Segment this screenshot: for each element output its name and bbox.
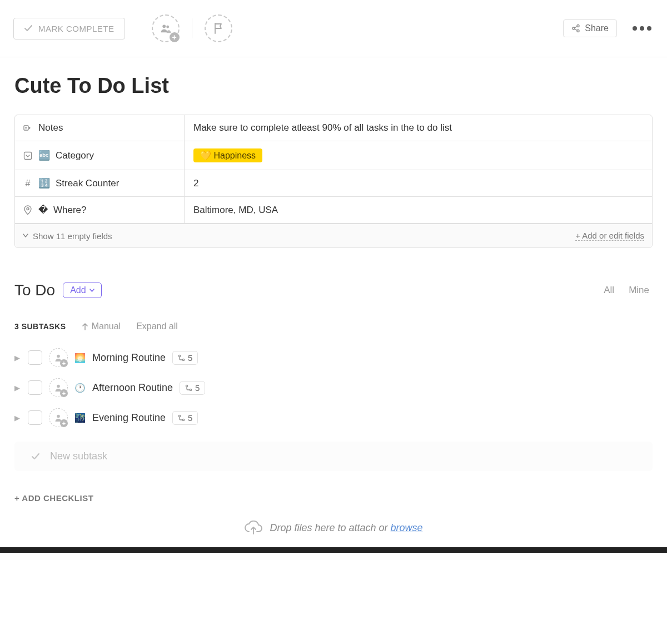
plus-icon: + [60, 389, 68, 397]
subtask-tree-icon [185, 384, 192, 392]
svg-point-4 [577, 30, 579, 32]
todo-section-header: To Do Add All Mine [0, 248, 667, 310]
subtask-count-badge[interactable]: 5 [172, 351, 198, 365]
svg-point-12 [186, 385, 188, 387]
dropdown-field-icon [23, 151, 33, 160]
mark-complete-label: MARK COMPLETE [38, 24, 115, 33]
svg-point-9 [178, 355, 180, 356]
svg-point-8 [57, 355, 60, 358]
new-subtask-placeholder: New subtask [50, 450, 107, 462]
field-value-where[interactable]: Baltimore, MD, USA [185, 197, 652, 223]
caret-down-icon [23, 234, 28, 238]
expand-caret[interactable]: ▶ [14, 414, 21, 422]
plus-icon: + [60, 419, 68, 427]
number-field-icon: # [23, 179, 33, 189]
subtask-count-badge[interactable]: 5 [172, 411, 198, 425]
share-icon [571, 24, 580, 33]
field-label-category: 🔤 Category [15, 141, 185, 170]
attachment-dropzone[interactable]: Drop files here to attach or browse [0, 508, 667, 547]
location-field-icon [23, 205, 33, 215]
subtask-row: ▶ + 🕐 Afternoon Routine 5 [14, 373, 653, 403]
svg-point-3 [573, 27, 575, 29]
field-value-streak[interactable]: 2 [185, 170, 652, 196]
plus-icon: + [60, 359, 68, 367]
filter-mine-tab[interactable]: Mine [625, 283, 653, 298]
expand-caret[interactable]: ▶ [14, 354, 21, 362]
check-icon [24, 24, 33, 33]
subtask-row: ▶ + 🌅 Morning Routine 5 [14, 343, 653, 373]
plus-icon: + [170, 32, 180, 42]
add-checklist-button[interactable]: + ADD CHECKLIST [0, 471, 667, 508]
field-label-streak: # 🔢 Streak Counter [15, 170, 185, 196]
subtask-tree-icon [178, 354, 185, 361]
svg-point-15 [178, 415, 180, 417]
svg-point-2 [577, 25, 579, 27]
text-field-icon [23, 124, 33, 132]
subtask-emoji: 🌅 [74, 353, 86, 363]
field-label-notes: Notes [15, 115, 185, 141]
field-row-notes: Notes Make sure to complete atleast 90% … [15, 115, 652, 141]
subtasks-toolbar: 3 SUBTASKS Manual Expand all [0, 310, 667, 340]
svg-point-11 [57, 385, 60, 388]
fields-footer: Show 11 empty fields + Add or edit field… [15, 224, 652, 247]
svg-point-14 [57, 415, 60, 418]
field-label-where: � Where? [15, 197, 185, 223]
svg-point-10 [182, 359, 184, 360]
subtask-checkbox[interactable] [28, 410, 42, 425]
expand-caret[interactable]: ▶ [14, 384, 21, 392]
caret-down-icon [89, 289, 94, 293]
subtask-checkbox[interactable] [28, 380, 42, 395]
add-edit-fields-button[interactable]: + Add or edit fields [575, 231, 644, 241]
subtask-name[interactable]: Evening Routine [92, 412, 166, 424]
assign-user-button[interactable]: + [49, 348, 68, 367]
more-menu-button[interactable] [630, 24, 654, 33]
svg-point-0 [162, 24, 166, 28]
subtask-count-badge[interactable]: 5 [180, 381, 205, 395]
subtask-tree-icon [178, 414, 185, 422]
field-row-where: � Where? Baltimore, MD, USA [15, 197, 652, 224]
assign-user-button[interactable]: + [49, 378, 68, 397]
category-tag: 💛 Happiness [193, 148, 262, 162]
mark-complete-button[interactable]: MARK COMPLETE [13, 18, 125, 39]
field-row-streak: # 🔢 Streak Counter 2 [15, 170, 652, 197]
divider [192, 18, 192, 38]
top-toolbar: MARK COMPLETE + Share [0, 0, 667, 57]
show-empty-fields-toggle[interactable]: Show 11 empty fields [23, 231, 112, 241]
field-row-category: 🔤 Category 💛 Happiness [15, 141, 652, 170]
arrow-up-icon [82, 323, 88, 330]
subtask-emoji: 🌃 [74, 413, 86, 423]
cloud-upload-icon [244, 521, 263, 535]
bottom-strip [0, 547, 667, 553]
add-assignees-button[interactable]: + [152, 14, 180, 42]
browse-link[interactable]: browse [391, 522, 423, 533]
field-value-notes[interactable]: Make sure to complete atleast 90% of all… [185, 115, 652, 141]
svg-point-7 [27, 207, 29, 210]
set-priority-button[interactable] [205, 14, 232, 42]
subtask-emoji: 🕐 [74, 383, 86, 393]
add-subtask-button[interactable]: Add [63, 283, 101, 298]
todo-title: To Do [14, 281, 55, 299]
svg-rect-6 [24, 152, 32, 159]
svg-point-13 [190, 389, 192, 390]
subtask-name[interactable]: Afternoon Routine [92, 382, 173, 394]
assign-user-button[interactable]: + [49, 408, 68, 427]
sort-button[interactable]: Manual [82, 321, 121, 331]
svg-point-1 [166, 26, 169, 28]
subtasks-count: 3 SUBTASKS [14, 322, 66, 331]
new-subtask-input[interactable]: New subtask [14, 442, 653, 471]
subtask-list: ▶ + 🌅 Morning Routine 5 ▶ + 🕐 Afternoon … [0, 340, 667, 438]
field-value-category[interactable]: 💛 Happiness [185, 141, 652, 170]
people-icon [160, 22, 172, 34]
subtask-name[interactable]: Morning Routine [92, 352, 166, 364]
share-button[interactable]: Share [563, 19, 617, 37]
dropzone-text: Drop files here to attach or browse [270, 522, 422, 534]
page-title[interactable]: Cute To Do List [0, 57, 667, 115]
share-label: Share [585, 23, 609, 33]
expand-all-button[interactable]: Expand all [136, 321, 178, 331]
custom-fields-table: Notes Make sure to complete atleast 90% … [14, 115, 653, 248]
subtask-checkbox[interactable] [28, 350, 42, 365]
filter-all-tab[interactable]: All [600, 283, 618, 298]
subtask-row: ▶ + 🌃 Evening Routine 5 [14, 403, 653, 433]
svg-point-16 [182, 419, 184, 420]
flag-icon [213, 22, 224, 34]
